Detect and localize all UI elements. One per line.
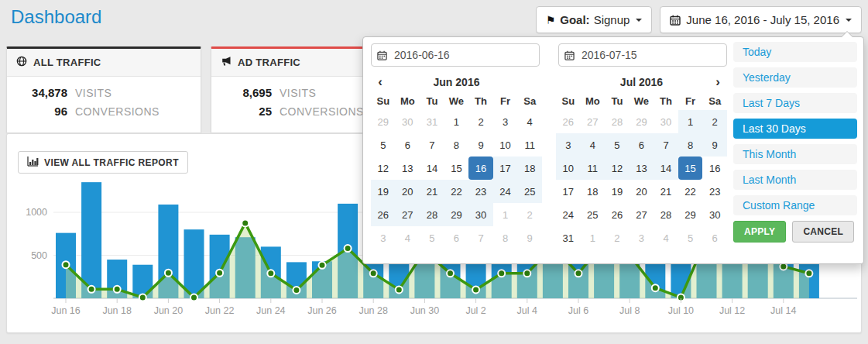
day-cell[interactable]: 11 (581, 157, 606, 180)
day-cell[interactable]: 30 (702, 203, 727, 226)
day-cell[interactable]: 6 (444, 226, 469, 249)
day-cell[interactable]: 20 (630, 180, 654, 203)
day-cell[interactable]: 3 (371, 226, 396, 249)
day-cell[interactable]: 21 (654, 180, 678, 203)
day-cell[interactable]: 8 (493, 226, 518, 249)
next-month-button[interactable]: › (708, 74, 727, 90)
day-cell[interactable]: 25 (517, 180, 542, 203)
day-cell[interactable]: 17 (556, 180, 581, 203)
range-item-last-7-days[interactable]: Last 7 Days (733, 93, 857, 113)
day-cell[interactable]: 10 (556, 157, 581, 180)
day-cell[interactable]: 19 (605, 180, 630, 203)
day-cell[interactable]: 18 (517, 157, 542, 180)
day-cell[interactable]: 2 (605, 226, 630, 249)
day-cell[interactable]: 4 (396, 226, 420, 249)
day-cell[interactable]: 29 (630, 110, 654, 133)
day-cell[interactable]: 14 (420, 157, 444, 180)
range-item-this-month[interactable]: This Month (733, 144, 857, 164)
day-cell[interactable]: 27 (581, 110, 606, 133)
day-cell[interactable]: 1 (493, 203, 518, 226)
day-cell[interactable]: 11 (517, 133, 542, 157)
day-cell[interactable]: 6 (630, 133, 654, 157)
day-cell[interactable]: 5 (371, 133, 396, 157)
day-cell[interactable]: 16 (702, 157, 727, 180)
range-item-today[interactable]: Today (733, 42, 857, 62)
day-cell[interactable]: 1 (678, 110, 703, 133)
date-range-button[interactable]: June 16, 2016 - July 15, 2016 (660, 6, 862, 33)
day-cell[interactable]: 4 (654, 226, 678, 249)
day-cell[interactable]: 20 (396, 180, 420, 203)
end-date-input[interactable] (558, 43, 727, 67)
day-cell[interactable]: 12 (371, 157, 396, 180)
day-cell[interactable]: 12 (605, 157, 630, 180)
day-cell[interactable]: 15 (678, 157, 703, 180)
day-cell[interactable]: 6 (396, 133, 420, 157)
day-cell[interactable]: 8 (444, 133, 469, 157)
day-cell[interactable]: 6 (702, 226, 727, 249)
range-item-yesterday[interactable]: Yesterday (733, 67, 857, 88)
day-cell[interactable]: 5 (420, 226, 444, 249)
day-cell[interactable]: 16 (468, 157, 493, 180)
day-cell[interactable]: 2 (468, 110, 493, 133)
day-cell[interactable]: 13 (630, 157, 654, 180)
day-cell[interactable]: 7 (654, 133, 678, 157)
day-cell[interactable]: 10 (493, 133, 518, 157)
prev-month-button[interactable]: ‹ (371, 74, 389, 90)
day-cell[interactable]: 30 (654, 110, 678, 133)
start-date-input[interactable] (371, 43, 540, 67)
day-cell[interactable]: 7 (468, 226, 493, 249)
day-cell[interactable]: 30 (396, 110, 420, 133)
day-cell[interactable]: 7 (420, 133, 444, 157)
day-cell[interactable]: 3 (493, 110, 518, 133)
day-cell[interactable]: 9 (702, 133, 727, 157)
day-cell[interactable]: 3 (630, 226, 654, 249)
day-cell[interactable]: 30 (468, 203, 493, 226)
day-cell[interactable]: 24 (556, 203, 581, 226)
day-cell[interactable]: 21 (420, 180, 444, 203)
day-cell[interactable]: 15 (444, 157, 469, 180)
apply-button[interactable]: APPLY (733, 221, 786, 243)
day-cell[interactable]: 31 (556, 226, 581, 249)
day-cell[interactable]: 14 (654, 157, 678, 180)
day-cell[interactable]: 29 (371, 110, 396, 133)
cancel-button[interactable]: CANCEL (792, 221, 854, 243)
day-cell[interactable]: 26 (371, 203, 396, 226)
day-cell[interactable]: 2 (517, 203, 542, 226)
range-item-last-month[interactable]: Last Month (733, 170, 857, 190)
range-item-custom-range[interactable]: Custom Range (733, 195, 857, 215)
range-item-last-30-days[interactable]: Last 30 Days (733, 119, 857, 139)
day-cell[interactable]: 26 (556, 110, 581, 133)
day-cell[interactable]: 1 (581, 226, 606, 249)
day-cell[interactable]: 8 (678, 133, 703, 157)
day-cell[interactable]: 29 (444, 203, 469, 226)
day-cell[interactable]: 19 (371, 180, 396, 203)
day-cell[interactable]: 5 (678, 226, 703, 249)
day-cell[interactable]: 22 (444, 180, 469, 203)
goal-button[interactable]: ⚑ Goal: Signup (536, 6, 653, 33)
day-cell[interactable]: 1 (444, 110, 469, 133)
day-cell[interactable]: 27 (396, 203, 420, 226)
day-cell[interactable]: 13 (396, 157, 420, 180)
day-cell[interactable]: 9 (517, 226, 542, 249)
day-cell[interactable]: 24 (493, 180, 518, 203)
day-cell[interactable]: 27 (630, 203, 654, 226)
day-cell[interactable]: 28 (420, 203, 444, 226)
day-cell[interactable]: 9 (468, 133, 493, 157)
day-cell[interactable]: 23 (702, 180, 727, 203)
view-report-button[interactable]: VIEW ALL TRAFFIC REPORT (18, 151, 188, 174)
day-cell[interactable]: 23 (468, 180, 493, 203)
day-cell[interactable]: 4 (517, 110, 542, 133)
day-cell[interactable]: 31 (420, 110, 444, 133)
day-cell[interactable]: 3 (556, 133, 581, 157)
day-cell[interactable]: 5 (605, 133, 630, 157)
day-cell[interactable]: 18 (581, 180, 606, 203)
day-cell[interactable]: 17 (493, 157, 518, 180)
day-cell[interactable]: 2 (702, 110, 727, 133)
day-cell[interactable]: 26 (605, 203, 630, 226)
day-cell[interactable]: 29 (678, 203, 703, 226)
day-cell[interactable]: 25 (581, 203, 606, 226)
day-cell[interactable]: 28 (605, 110, 630, 133)
day-cell[interactable]: 22 (678, 180, 703, 203)
day-cell[interactable]: 4 (581, 133, 606, 157)
day-cell[interactable]: 28 (654, 203, 678, 226)
